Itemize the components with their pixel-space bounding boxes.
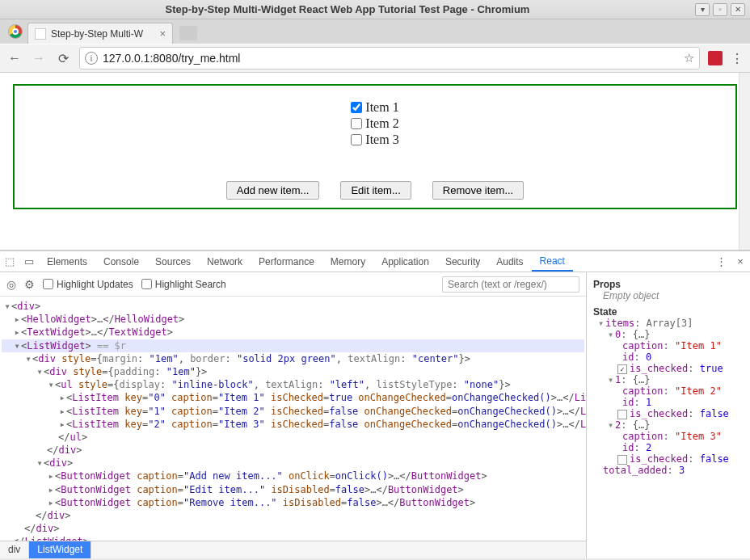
window-maximize-button[interactable]: ▫	[713, 3, 727, 16]
selected-component-row: ▾<ListWidget> == $r	[2, 339, 584, 352]
browser-menu-icon[interactable]: ⋮	[731, 51, 744, 66]
item-checkbox[interactable]	[351, 118, 362, 129]
component-tree[interactable]: ▾<div> ▸<HelloWidget>…</HelloWidget> ▸<T…	[0, 297, 586, 541]
page-viewport: Item 1 Item 2 Item 3 Add new item... Edi…	[0, 73, 750, 251]
tab-react[interactable]: React	[532, 251, 573, 272]
state-header: State	[593, 306, 744, 318]
tab-application[interactable]: Application	[373, 251, 437, 272]
state-checkbox-icon[interactable]	[617, 410, 627, 419]
highlight-updates-toggle[interactable]: Highlight Updates	[43, 279, 133, 290]
settings-gear-icon[interactable]: ⚙	[24, 278, 35, 291]
browser-tab[interactable]: Step-by-Step Multi-W ×	[27, 23, 173, 44]
tab-console[interactable]: Console	[95, 251, 147, 272]
tab-memory[interactable]: Memory	[322, 251, 373, 272]
state-checkbox-icon[interactable]: ✓	[617, 364, 627, 374]
tab-network[interactable]: Network	[199, 251, 251, 272]
react-search-input[interactable]	[442, 276, 579, 293]
back-button[interactable]: ←	[6, 51, 23, 65]
trace-icon[interactable]: ◎	[6, 278, 16, 291]
breadcrumb: div ListWidget	[0, 541, 586, 558]
tab-label: Step-by-Step Multi-W	[51, 28, 154, 40]
url-text[interactable]: 127.0.0.1:8080/try_me.html	[103, 52, 679, 65]
item-label: Item 2	[365, 116, 398, 131]
page-icon	[35, 28, 46, 40]
crumb-div[interactable]: div	[0, 541, 29, 558]
scrollbar[interactable]	[739, 73, 750, 250]
window-titlebar: Step-by-Step Multi-Widget React Web App …	[0, 0, 750, 19]
item-label: Item 3	[365, 133, 398, 147]
chromium-logo-icon	[8, 24, 23, 39]
highlight-search-toggle[interactable]: Highlight Search	[141, 279, 226, 290]
browser-toolbar: ← → ⟳ i 127.0.0.1:8080/try_me.html ☆ ⋮	[0, 44, 750, 73]
highlight-updates-label: Highlight Updates	[57, 279, 133, 290]
tab-elements[interactable]: Elements	[39, 251, 95, 272]
reload-button[interactable]: ⟳	[55, 51, 71, 66]
devtools-tab-bar: ⬚ ▭ Elements Console Sources Network Per…	[0, 251, 750, 272]
window-close-button[interactable]: ✕	[731, 3, 745, 16]
item-label: Item 1	[365, 100, 398, 115]
item-list: Item 1 Item 2 Item 3	[351, 99, 398, 149]
state-checkbox-icon[interactable]	[617, 455, 627, 465]
devtools-menu-icon[interactable]: ⋮	[711, 255, 731, 267]
list-item: Item 3	[351, 133, 398, 147]
list-item: Item 2	[351, 116, 398, 131]
tab-security[interactable]: Security	[437, 251, 488, 272]
item-checkbox[interactable]	[351, 102, 362, 113]
bookmark-star-icon[interactable]: ☆	[684, 51, 694, 65]
close-icon[interactable]: ×	[159, 27, 166, 40]
devtools-close-icon[interactable]: ×	[731, 255, 750, 267]
edit-item-button[interactable]: Edit item...	[340, 181, 411, 200]
window-title: Step-by-Step Multi-Widget React Web App …	[0, 3, 695, 15]
device-toolbar-icon[interactable]: ▭	[19, 255, 39, 267]
forward-button[interactable]: →	[31, 51, 47, 65]
inspect-element-icon[interactable]: ⬚	[0, 255, 19, 267]
extension-icon[interactable]	[708, 51, 723, 65]
devtools-panel: ⬚ ▭ Elements Console Sources Network Per…	[0, 251, 750, 558]
list-item: Item 1	[351, 100, 398, 115]
list-widget-container: Item 1 Item 2 Item 3 Add new item... Edi…	[13, 84, 737, 209]
props-header: Props	[593, 279, 744, 290]
props-state-panel: Props Empty object State ▾items: Array[3…	[587, 272, 750, 558]
props-empty: Empty object	[593, 290, 744, 301]
tab-performance[interactable]: Performance	[251, 251, 322, 272]
react-tree-panel: ◎ ⚙ Highlight Updates Highlight Search ▾…	[0, 272, 587, 558]
button-row: Add new item... Edit item... Remove item…	[15, 181, 735, 200]
new-tab-button[interactable]	[179, 26, 197, 40]
crumb-listwidget[interactable]: ListWidget	[29, 541, 91, 558]
tab-audits[interactable]: Audits	[488, 251, 531, 272]
add-item-button[interactable]: Add new item...	[226, 181, 320, 200]
browser-tab-strip: Step-by-Step Multi-W ×	[0, 19, 750, 44]
address-bar[interactable]: i 127.0.0.1:8080/try_me.html ☆	[79, 47, 700, 69]
highlight-search-label: Highlight Search	[155, 279, 226, 290]
site-info-icon[interactable]: i	[85, 52, 98, 65]
window-minimize-button[interactable]: ▾	[695, 3, 710, 16]
react-toolbar: ◎ ⚙ Highlight Updates Highlight Search	[0, 272, 586, 297]
tab-sources[interactable]: Sources	[147, 251, 199, 272]
item-checkbox[interactable]	[351, 134, 362, 145]
remove-item-button[interactable]: Remove item...	[432, 181, 524, 200]
